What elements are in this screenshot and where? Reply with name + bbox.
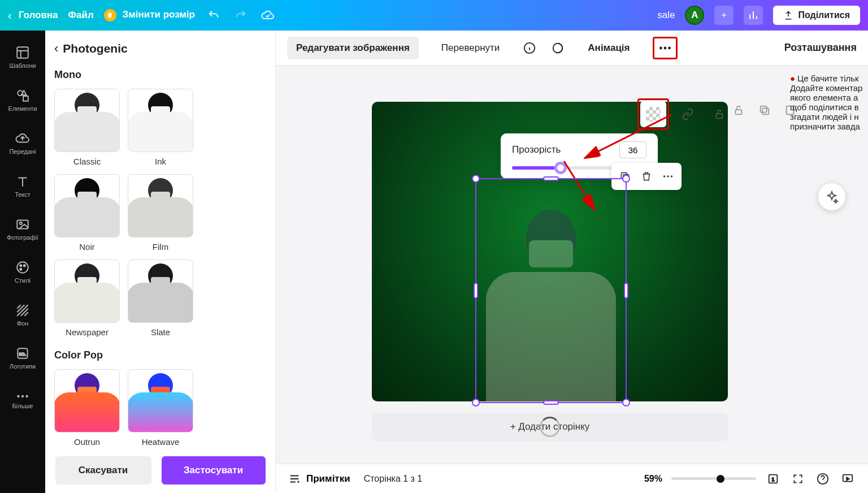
svg-rect-2	[23, 96, 28, 101]
back-chevron-icon[interactable]: ‹	[8, 9, 12, 22]
filter-outrun[interactable]: Outrun	[54, 369, 120, 447]
help-icon[interactable]	[815, 471, 831, 487]
filter-grid-mono: Classic Ink Noir Film Newspaper Slate	[54, 89, 266, 337]
canvas-area[interactable]: Прозорість	[276, 66, 868, 464]
nav-label: Передані	[9, 148, 36, 155]
edit-image-button[interactable]: Редагувати зображення	[287, 37, 419, 59]
user-avatar[interactable]: А	[685, 6, 704, 25]
nav-photos[interactable]: Фотографії	[2, 210, 43, 248]
page-lock-icon[interactable]	[732, 104, 748, 120]
topbar: ‹ Головна Файл ♛ Змінити розмір sale А +…	[0, 0, 868, 31]
share-button[interactable]: Поділитися	[773, 6, 860, 25]
nav-logos[interactable]: co.Логотипи	[2, 339, 43, 377]
nav-label: Текст	[15, 191, 31, 198]
upload-icon	[783, 10, 793, 20]
ai-fab[interactable]	[818, 183, 845, 210]
delete-icon[interactable]	[637, 167, 656, 185]
filter-classic[interactable]: Classic	[54, 89, 120, 166]
svg-point-19	[659, 46, 662, 49]
filter-newspaper[interactable]: Newspaper	[54, 260, 120, 337]
home-link[interactable]: Головна	[19, 10, 58, 21]
nav-templates[interactable]: Шаблони	[2, 38, 43, 76]
annotation-arrow-1	[581, 112, 677, 163]
effects-icon[interactable]	[550, 41, 565, 55]
nav-uploads[interactable]: Передані	[2, 124, 43, 162]
lock-button[interactable]	[706, 101, 732, 127]
zoom-value: 59%	[644, 474, 662, 484]
panel-back-icon[interactable]: ‹	[54, 41, 58, 56]
comments-panel: ●Це бачите тільк Додайте коментар якого …	[783, 66, 868, 131]
nav-label: Фон	[17, 320, 29, 327]
design-page[interactable]: Прозорість	[372, 102, 728, 401]
svg-point-6	[20, 265, 21, 266]
position-button[interactable]: Розташування	[784, 42, 857, 54]
apply-button[interactable]: Застосувати	[162, 456, 266, 485]
file-menu[interactable]: Файл	[68, 10, 94, 21]
svg-point-13	[25, 395, 28, 397]
fullscreen-icon[interactable]	[790, 471, 806, 487]
share-label: Поділитися	[798, 10, 850, 20]
comment-line: Це бачите тільк	[797, 73, 859, 83]
flip-button[interactable]: Перевернути	[432, 37, 509, 59]
more-options-highlight	[653, 37, 678, 59]
section-mono: Mono	[54, 69, 266, 81]
filters-panel: ‹ Photogenic Mono Classic Ink Noir Film …	[45, 31, 276, 493]
notes-icon	[288, 473, 301, 485]
crown-icon: ♛	[104, 9, 116, 21]
notes-button[interactable]: Примітки	[288, 473, 350, 485]
insights-icon[interactable]	[744, 6, 763, 25]
svg-rect-22	[717, 114, 723, 118]
more-icon[interactable]	[658, 41, 672, 55]
page-duplicate-icon[interactable]	[758, 104, 774, 120]
panel-title: Photogenic	[63, 42, 127, 55]
undo-icon[interactable]	[205, 7, 222, 24]
info-icon[interactable]	[522, 41, 537, 55]
svg-point-11	[17, 395, 19, 397]
svg-text:1: 1	[771, 476, 774, 482]
resize-button[interactable]: ♛ Змінити розмір	[104, 9, 195, 21]
section-colorpop: Color Pop	[54, 349, 266, 361]
add-page-button[interactable]: + Додати сторінку	[372, 413, 728, 441]
svg-point-31	[663, 175, 666, 178]
nav-text[interactable]: Текст	[2, 167, 43, 205]
zoom-slider[interactable]	[671, 477, 756, 480]
nav-styles[interactable]: Стилі	[2, 253, 43, 291]
present-icon[interactable]	[840, 471, 856, 487]
filter-noir[interactable]: Noir	[54, 174, 120, 252]
svg-rect-24	[762, 108, 769, 114]
filter-grid-colorpop: Outrun Heatwave Amethyst	[54, 369, 266, 448]
cancel-button[interactable]: Скасувати	[55, 456, 151, 485]
comment-line: Додайте коментар	[790, 83, 868, 93]
context-toolbar: Редагувати зображення Перевернути Анімац…	[276, 31, 868, 66]
filter-ink[interactable]: Ink	[128, 89, 193, 166]
svg-text:co.: co.	[19, 351, 26, 357]
person-graphic	[486, 210, 616, 402]
animate-button[interactable]: Анімація	[579, 37, 639, 59]
svg-rect-3	[17, 220, 28, 228]
doc-title[interactable]: sale	[657, 10, 675, 21]
selected-image[interactable]	[475, 178, 627, 403]
nav-label: Елементи	[8, 105, 37, 112]
add-member-icon[interactable]: +	[714, 6, 734, 25]
nav-background[interactable]: Фон	[2, 296, 43, 334]
filter-slate[interactable]: Slate	[128, 260, 193, 337]
loading-icon	[540, 417, 560, 437]
resize-label: Змінити розмір	[123, 9, 195, 20]
svg-point-5	[17, 262, 28, 273]
svg-point-4	[20, 222, 22, 224]
nav-more[interactable]: Більше	[2, 382, 43, 420]
pages-grid-icon[interactable]: 1	[765, 471, 781, 487]
bottom-bar: Примітки Сторінка 1 з 1 59% 1	[276, 464, 868, 493]
filter-heatwave[interactable]: Heatwave	[128, 369, 193, 447]
redo-icon[interactable]	[232, 7, 249, 24]
cloud-sync-icon[interactable]	[259, 7, 276, 24]
filter-film[interactable]: Film	[128, 174, 193, 252]
svg-rect-0	[17, 47, 28, 58]
link-button[interactable]	[675, 101, 701, 127]
nav-label: Фотографії	[7, 234, 38, 241]
nav-elements[interactable]: Елементи	[2, 81, 43, 119]
comment-line: призначити завда	[790, 122, 868, 131]
svg-point-33	[671, 175, 673, 178]
sel-more-icon[interactable]	[659, 167, 677, 185]
svg-point-12	[21, 395, 24, 397]
